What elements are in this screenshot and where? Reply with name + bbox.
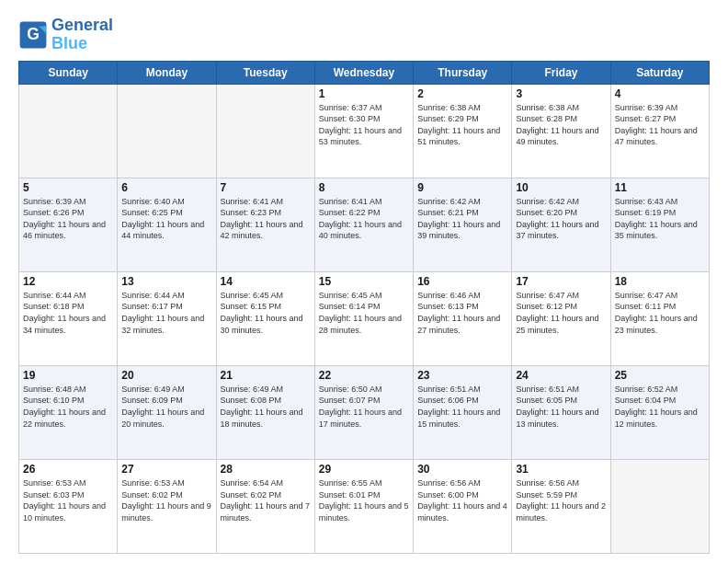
day-number: 29 — [319, 463, 409, 476]
calendar-cell: 21Sunrise: 6:49 AM Sunset: 6:08 PM Dayli… — [216, 365, 314, 459]
day-number: 5 — [23, 181, 113, 194]
day-number: 13 — [121, 275, 211, 288]
day-info: Sunrise: 6:37 AM Sunset: 6:30 PM Dayligh… — [319, 102, 409, 148]
weekday-header-row: SundayMondayTuesdayWednesdayThursdayFrid… — [19, 61, 710, 84]
day-info: Sunrise: 6:45 AM Sunset: 6:15 PM Dayligh… — [221, 290, 311, 336]
logo: G General Blue — [18, 17, 113, 53]
calendar-cell — [118, 84, 216, 178]
calendar-cell: 5Sunrise: 6:39 AM Sunset: 6:26 PM Daylig… — [19, 178, 118, 271]
calendar-cell: 10Sunrise: 6:42 AM Sunset: 6:20 PM Dayli… — [512, 178, 610, 271]
day-info: Sunrise: 6:41 AM Sunset: 6:22 PM Dayligh… — [319, 196, 409, 242]
calendar-cell: 29Sunrise: 6:55 AM Sunset: 6:01 PM Dayli… — [314, 459, 413, 553]
day-info: Sunrise: 6:53 AM Sunset: 6:03 PM Dayligh… — [23, 477, 113, 523]
day-info: Sunrise: 6:47 AM Sunset: 6:12 PM Dayligh… — [516, 290, 606, 336]
day-number: 30 — [417, 463, 507, 476]
day-info: Sunrise: 6:47 AM Sunset: 6:11 PM Dayligh… — [615, 290, 705, 336]
logo-text: General Blue — [51, 17, 113, 53]
day-number: 16 — [417, 275, 507, 288]
calendar-cell: 22Sunrise: 6:50 AM Sunset: 6:07 PM Dayli… — [314, 365, 413, 459]
calendar-cell: 23Sunrise: 6:51 AM Sunset: 6:06 PM Dayli… — [414, 365, 512, 459]
calendar-cell: 8Sunrise: 6:41 AM Sunset: 6:22 PM Daylig… — [314, 178, 413, 271]
day-info: Sunrise: 6:56 AM Sunset: 5:59 PM Dayligh… — [516, 477, 606, 523]
day-info: Sunrise: 6:39 AM Sunset: 6:26 PM Dayligh… — [23, 196, 113, 242]
day-info: Sunrise: 6:50 AM Sunset: 6:07 PM Dayligh… — [319, 384, 409, 430]
calendar-cell: 25Sunrise: 6:52 AM Sunset: 6:04 PM Dayli… — [610, 365, 709, 459]
calendar-cell — [610, 459, 709, 553]
day-info: Sunrise: 6:51 AM Sunset: 6:05 PM Dayligh… — [516, 384, 606, 430]
calendar-cell: 7Sunrise: 6:41 AM Sunset: 6:23 PM Daylig… — [216, 178, 314, 271]
day-info: Sunrise: 6:44 AM Sunset: 6:18 PM Dayligh… — [23, 290, 113, 336]
week-row-2: 5Sunrise: 6:39 AM Sunset: 6:26 PM Daylig… — [19, 178, 710, 271]
day-info: Sunrise: 6:40 AM Sunset: 6:25 PM Dayligh… — [121, 196, 211, 242]
day-info: Sunrise: 6:43 AM Sunset: 6:19 PM Dayligh… — [615, 196, 705, 242]
day-number: 19 — [23, 369, 113, 382]
calendar-cell: 1Sunrise: 6:37 AM Sunset: 6:30 PM Daylig… — [314, 84, 413, 178]
day-number: 18 — [615, 275, 705, 288]
day-number: 1 — [319, 87, 409, 100]
calendar-cell: 19Sunrise: 6:48 AM Sunset: 6:10 PM Dayli… — [19, 365, 118, 459]
calendar-cell: 17Sunrise: 6:47 AM Sunset: 6:12 PM Dayli… — [512, 271, 610, 365]
day-info: Sunrise: 6:55 AM Sunset: 6:01 PM Dayligh… — [319, 477, 409, 523]
day-number: 24 — [516, 369, 606, 382]
weekday-header-sunday: Sunday — [19, 61, 118, 84]
day-number: 12 — [23, 275, 113, 288]
day-number: 3 — [516, 87, 606, 100]
day-info: Sunrise: 6:53 AM Sunset: 6:02 PM Dayligh… — [121, 477, 211, 523]
weekday-header-saturday: Saturday — [610, 61, 709, 84]
day-number: 11 — [615, 181, 705, 194]
day-info: Sunrise: 6:44 AM Sunset: 6:17 PM Dayligh… — [121, 290, 211, 336]
day-info: Sunrise: 6:45 AM Sunset: 6:14 PM Dayligh… — [319, 290, 409, 336]
calendar-cell: 2Sunrise: 6:38 AM Sunset: 6:29 PM Daylig… — [414, 84, 512, 178]
calendar-cell: 20Sunrise: 6:49 AM Sunset: 6:09 PM Dayli… — [118, 365, 216, 459]
day-info: Sunrise: 6:54 AM Sunset: 6:02 PM Dayligh… — [221, 477, 311, 523]
calendar-cell: 27Sunrise: 6:53 AM Sunset: 6:02 PM Dayli… — [118, 459, 216, 553]
calendar-table: SundayMondayTuesdayWednesdayThursdayFrid… — [18, 61, 710, 554]
weekday-header-wednesday: Wednesday — [314, 61, 413, 84]
day-number: 21 — [221, 369, 311, 382]
calendar-cell: 6Sunrise: 6:40 AM Sunset: 6:25 PM Daylig… — [118, 178, 216, 271]
day-info: Sunrise: 6:38 AM Sunset: 6:28 PM Dayligh… — [516, 102, 606, 148]
weekday-header-tuesday: Tuesday — [216, 61, 314, 84]
calendar-cell: 15Sunrise: 6:45 AM Sunset: 6:14 PM Dayli… — [314, 271, 413, 365]
day-number: 10 — [516, 181, 606, 194]
day-info: Sunrise: 6:42 AM Sunset: 6:21 PM Dayligh… — [417, 196, 507, 242]
day-info: Sunrise: 6:42 AM Sunset: 6:20 PM Dayligh… — [516, 196, 606, 242]
calendar-cell — [19, 84, 118, 178]
day-info: Sunrise: 6:39 AM Sunset: 6:27 PM Dayligh… — [615, 102, 705, 148]
day-info: Sunrise: 6:56 AM Sunset: 6:00 PM Dayligh… — [417, 477, 507, 523]
day-number: 9 — [417, 181, 507, 194]
weekday-header-monday: Monday — [118, 61, 216, 84]
calendar-cell: 16Sunrise: 6:46 AM Sunset: 6:13 PM Dayli… — [414, 271, 512, 365]
calendar-cell: 4Sunrise: 6:39 AM Sunset: 6:27 PM Daylig… — [610, 84, 709, 178]
calendar-cell: 30Sunrise: 6:56 AM Sunset: 6:00 PM Dayli… — [414, 459, 512, 553]
calendar-cell: 11Sunrise: 6:43 AM Sunset: 6:19 PM Dayli… — [610, 178, 709, 271]
calendar-cell: 9Sunrise: 6:42 AM Sunset: 6:21 PM Daylig… — [414, 178, 512, 271]
calendar-cell — [216, 84, 314, 178]
weekday-header-friday: Friday — [512, 61, 610, 84]
day-number: 27 — [121, 463, 211, 476]
day-number: 23 — [417, 369, 507, 382]
day-number: 20 — [121, 369, 211, 382]
header: G General Blue — [18, 17, 710, 53]
calendar-cell: 14Sunrise: 6:45 AM Sunset: 6:15 PM Dayli… — [216, 271, 314, 365]
page: G General Blue SundayMondayTuesdayWednes… — [0, 0, 728, 563]
calendar-cell: 13Sunrise: 6:44 AM Sunset: 6:17 PM Dayli… — [118, 271, 216, 365]
week-row-3: 12Sunrise: 6:44 AM Sunset: 6:18 PM Dayli… — [19, 271, 710, 365]
day-info: Sunrise: 6:48 AM Sunset: 6:10 PM Dayligh… — [23, 384, 113, 430]
day-number: 26 — [23, 463, 113, 476]
calendar-cell: 31Sunrise: 6:56 AM Sunset: 5:59 PM Dayli… — [512, 459, 610, 553]
calendar-cell: 3Sunrise: 6:38 AM Sunset: 6:28 PM Daylig… — [512, 84, 610, 178]
day-number: 4 — [615, 87, 705, 100]
day-number: 28 — [221, 463, 311, 476]
calendar-cell: 24Sunrise: 6:51 AM Sunset: 6:05 PM Dayli… — [512, 365, 610, 459]
svg-text:G: G — [27, 25, 40, 43]
calendar-cell: 12Sunrise: 6:44 AM Sunset: 6:18 PM Dayli… — [19, 271, 118, 365]
day-number: 8 — [319, 181, 409, 194]
day-info: Sunrise: 6:38 AM Sunset: 6:29 PM Dayligh… — [417, 102, 507, 148]
day-info: Sunrise: 6:46 AM Sunset: 6:13 PM Dayligh… — [417, 290, 507, 336]
day-number: 7 — [221, 181, 311, 194]
day-number: 25 — [615, 369, 705, 382]
day-number: 6 — [121, 181, 211, 194]
day-number: 14 — [221, 275, 311, 288]
day-number: 15 — [319, 275, 409, 288]
